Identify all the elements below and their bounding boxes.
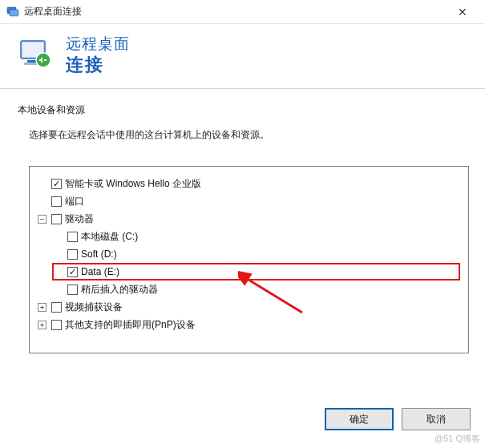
close-icon[interactable]: ✕ <box>447 1 479 23</box>
expander-drives[interactable]: − <box>38 215 46 224</box>
section-title: 本地设备和资源 <box>18 103 467 117</box>
tree-item-smartcard: 智能卡或 Windows Hello 企业版 <box>38 175 460 192</box>
titlebar: 远程桌面连接 ✕ <box>0 0 485 24</box>
label-pnp[interactable]: 其他支持的即插即用(PnP)设备 <box>65 318 196 332</box>
label-smartcard[interactable]: 智能卡或 Windows Hello 企业版 <box>65 177 201 191</box>
checkbox-pnp[interactable] <box>51 320 62 330</box>
tree-item-soft-d: Soft (D:) <box>54 245 460 263</box>
window-title: 远程桌面连接 <box>24 5 82 18</box>
tree-item-video: + 视频捕获设备 <box>38 298 460 316</box>
label-video[interactable]: 视频捕获设备 <box>65 301 123 314</box>
dialog-buttons: 确定 取消 <box>325 408 471 430</box>
tree-item-data-e: Data (E:) <box>52 263 460 281</box>
checkbox-soft-d[interactable] <box>67 249 78 260</box>
local-resources-section: 本地设备和资源 选择要在远程会话中使用的这台计算机上的设备和资源。 <box>0 89 485 166</box>
tree-item-pnp: + 其他支持的即插即用(PnP)设备 <box>38 316 460 333</box>
checkbox-ports[interactable] <box>51 196 62 207</box>
checkbox-data-e[interactable] <box>67 267 78 277</box>
device-tree-box: 智能卡或 Windows Hello 企业版 端口 − 驱动器 本地磁盘 (C:… <box>29 166 469 353</box>
checkbox-smartcard[interactable] <box>51 179 62 189</box>
tree-item-local-c: 本地磁盘 (C:) <box>54 228 460 245</box>
tree-item-drives: − 驱动器 <box>38 210 460 228</box>
checkbox-video[interactable] <box>51 302 62 313</box>
label-data-e[interactable]: Data (E:) <box>81 266 119 277</box>
device-tree: 智能卡或 Windows Hello 企业版 端口 − 驱动器 本地磁盘 (C:… <box>38 175 460 333</box>
label-drives[interactable]: 驱动器 <box>65 212 94 226</box>
checkbox-drives[interactable] <box>51 214 62 224</box>
section-desc: 选择要在远程会话中使用的这台计算机上的设备和资源。 <box>29 128 467 142</box>
checkbox-later-drives[interactable] <box>67 285 78 295</box>
tree-item-ports: 端口 <box>38 192 460 210</box>
expander-video[interactable]: + <box>38 303 46 312</box>
tree-item-later-drives: 稍后插入的驱动器 <box>54 281 460 298</box>
label-ports[interactable]: 端口 <box>65 195 84 208</box>
label-soft-d[interactable]: Soft (D:) <box>81 248 117 260</box>
label-local-c[interactable]: 本地磁盘 (C:) <box>81 230 138 244</box>
rdp-big-icon <box>16 36 55 75</box>
dialog-header: 远程桌面 连接 <box>0 24 485 89</box>
cancel-button[interactable]: 取消 <box>402 408 471 430</box>
watermark: @51 Q博客 <box>434 433 480 445</box>
expander-pnp[interactable]: + <box>38 321 46 329</box>
header-line1: 远程桌面 <box>66 34 130 54</box>
ok-button[interactable]: 确定 <box>325 408 394 430</box>
rdp-app-icon <box>6 6 19 18</box>
checkbox-local-c[interactable] <box>67 232 78 242</box>
header-line2: 连接 <box>66 53 130 77</box>
label-later-drives[interactable]: 稍后插入的驱动器 <box>81 283 158 297</box>
svg-point-6 <box>36 53 51 67</box>
svg-rect-1 <box>10 10 18 16</box>
